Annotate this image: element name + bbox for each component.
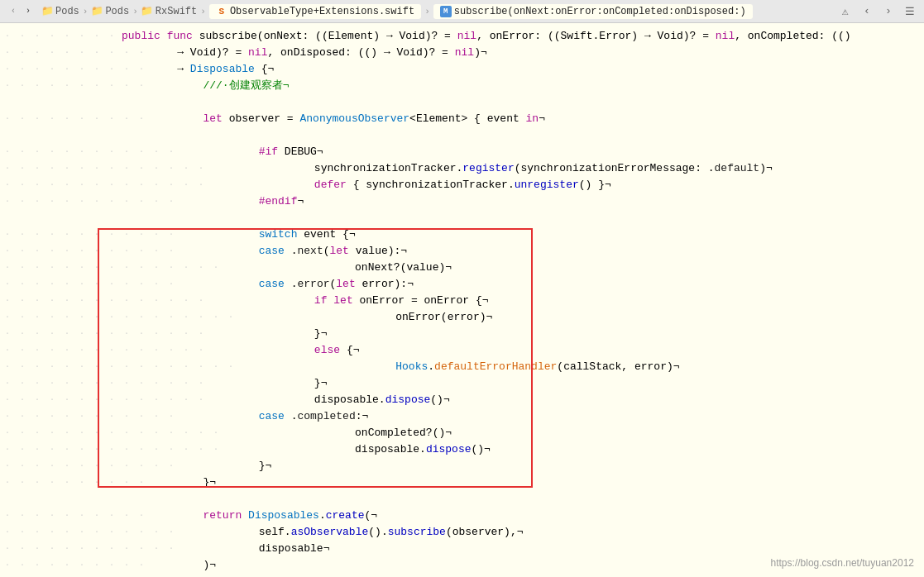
code-line-case-completed: · · · · · · · · · · · · case .completed:… <box>0 408 924 425</box>
breadcrumb-sep-3: › <box>200 7 206 17</box>
line-content-oncompleted: onCompleted?()¬ <box>226 425 924 441</box>
indent-dots-return: · · · · · · · · · · <box>0 508 151 524</box>
indent-dots-dispose1: · · · · · · · · · · · · · · <box>0 392 211 408</box>
indent-dots-case-next: · · · · · · · · · · · · <box>0 243 181 260</box>
code-line-3: · · · · · · · · · · → Disposable {¬ <box>0 61 924 78</box>
line-content-case-error: case .error(let error):¬ <box>181 276 924 293</box>
forward-arrow-icon[interactable]: › <box>22 5 35 18</box>
breadcrumb-label-2: Pods <box>105 6 129 17</box>
indent-dots-onnext: · · · · · · · · · · · · · · · <box>0 260 226 276</box>
indent-dots-else: · · · · · · · · · · · · · · <box>0 342 211 359</box>
next-icon[interactable]: › <box>881 4 896 19</box>
line-content-case-completed: case .completed:¬ <box>181 408 924 425</box>
indent-dots-switch-close: · · · · · · · · · · · · <box>0 458 181 474</box>
line-content-blank3 <box>99 210 924 227</box>
indent-dots-observer-close: · · · · · · · · · · <box>0 474 151 491</box>
code-line-blank2 <box>0 127 924 144</box>
line-content-8: defer { synchronizationTracker.unregiste… <box>211 177 924 193</box>
breadcrumb-sep-2: › <box>132 7 138 17</box>
code-line-4: · · · · · · · · · · ///·创建观察者¬ <box>0 78 924 94</box>
code-line-dispose1: · · · · · · · · · · · · · · disposable.d… <box>0 392 924 408</box>
breadcrumb-sep-4: › <box>424 7 430 17</box>
code-line-8: · · · · · · · · · · · · · · defer { sync… <box>0 177 924 193</box>
folder-icon-rxswift: 📁 <box>141 6 153 17</box>
breadcrumb-pods-2[interactable]: 📁 Pods <box>91 6 129 17</box>
warning-icon[interactable]: ⚠ <box>838 4 853 19</box>
code-line-case-next: · · · · · · · · · · · · case .next(let v… <box>0 243 924 260</box>
code-line-self-subscribe: · · · · · · · · · · · · self.asObservabl… <box>0 524 924 541</box>
menu-icon[interactable]: ☰ <box>902 4 917 19</box>
line-content-brace1: }¬ <box>211 326 924 342</box>
code-line-observer-close: · · · · · · · · · · }¬ <box>0 474 924 491</box>
indent-dots-case-completed: · · · · · · · · · · · · <box>0 408 181 425</box>
line-content-disposable: disposable¬ <box>181 541 924 557</box>
code-editor: · · · · · · · · public func subscribe(on… <box>0 23 924 577</box>
code-line-hooks: · · · · · · · · · · · · · · · · Hooks.de… <box>0 359 924 375</box>
line-content-blank1 <box>99 94 924 111</box>
breadcrumb-method[interactable]: M subscribe(onNext:onError:onCompleted:o… <box>433 4 753 19</box>
indent-dots-brace2: · · · · · · · · · · · · · · <box>0 375 211 392</box>
line-content-2: → Void)? = nil, onDisposed: (() → Void)?… <box>151 45 924 61</box>
indent-dots-9: · · · · · · · · · · · · <box>0 193 181 210</box>
indent-dots-paren-close: · · · · · · · · · · <box>0 557 151 574</box>
back-arrow-icon[interactable]: ‹ <box>7 5 20 18</box>
code-line-blank1 <box>0 94 924 111</box>
indent-dots-disposable: · · · · · · · · · · · · <box>0 541 181 557</box>
line-content-return: return Disposables.create(¬ <box>151 508 924 524</box>
breadcrumb-sep-1: › <box>83 7 89 17</box>
line-content-9: #endif¬ <box>181 193 924 210</box>
line-content-switch: switch event {¬ <box>181 227 924 243</box>
code-line-1: · · · · · · · · public func subscribe(on… <box>0 28 924 45</box>
line-content-blank5 <box>99 574 924 577</box>
code-line-2: · · · · · · · · · · → Void)? = nil, onDi… <box>0 45 924 61</box>
code-line-onerror-call: · · · · · · · · · · · · · · · · onError(… <box>0 309 924 326</box>
line-content-brace2: }¬ <box>211 375 924 392</box>
breadcrumb-pods-1[interactable]: 📁 Pods <box>41 6 79 17</box>
code-line-5: · · · · · · · · · · let observer = Anony… <box>0 111 924 127</box>
indent-dots-oncompleted: · · · · · · · · · · · · · · · <box>0 425 226 441</box>
indent-dots-brace1: · · · · · · · · · · · · · · <box>0 326 211 342</box>
toolbar-right: ⚠ ‹ › ☰ <box>838 4 917 19</box>
line-content-case-next: case .next(let value):¬ <box>181 243 924 260</box>
nav-arrows: ‹ › <box>7 5 35 18</box>
line-content-blank2 <box>99 127 924 144</box>
prev-icon[interactable]: ‹ <box>859 4 874 19</box>
code-line-case-error: · · · · · · · · · · · · case .error(let … <box>0 276 924 293</box>
code-line-else: · · · · · · · · · · · · · · else {¬ <box>0 342 924 359</box>
line-content-observer-close: }¬ <box>151 474 924 491</box>
indent-dots-hooks: · · · · · · · · · · · · · · · · <box>0 359 241 375</box>
indent-dots-switch: · · · · · · · · · · · · <box>0 227 181 243</box>
indent-dots-8: · · · · · · · · · · · · · · <box>0 177 211 193</box>
line-content-blank4 <box>99 491 924 508</box>
code-line-9: · · · · · · · · · · · · #endif¬ <box>0 193 924 210</box>
code-line-brace2: · · · · · · · · · · · · · · }¬ <box>0 375 924 392</box>
indent-dots-if-onerror: · · · · · · · · · · · · · · <box>0 293 211 309</box>
line-content-switch-close: }¬ <box>181 458 924 474</box>
breadcrumb-area: ‹ › 📁 Pods › 📁 Pods › 📁 RxSwift › S Obse… <box>7 4 835 19</box>
breadcrumb-rxswift[interactable]: 📁 RxSwift <box>141 6 197 17</box>
breadcrumb-label: Pods <box>55 6 79 17</box>
code-line-6: · · · · · · · · · · · · #if DEBUG¬ <box>0 144 924 160</box>
line-content-3: → Disposable {¬ <box>151 61 924 78</box>
line-content-else: else {¬ <box>211 342 924 359</box>
breadcrumb-label-method: subscribe(onNext:onError:onCompleted:onD… <box>454 6 746 17</box>
code-line-disposable: · · · · · · · · · · · · disposable¬ <box>0 541 924 557</box>
code-line-blank4 <box>0 491 924 508</box>
method-icon: M <box>440 6 452 17</box>
folder-icon: 📁 <box>41 6 53 17</box>
line-content-hooks: Hooks.defaultErrorHandler(callStack, err… <box>241 359 924 375</box>
title-bar: ‹ › 📁 Pods › 📁 Pods › 📁 RxSwift › S Obse… <box>0 0 924 23</box>
indent-dots-dispose2: · · · · · · · · · · · · · · · <box>0 441 226 458</box>
code-line-dispose2: · · · · · · · · · · · · · · · disposable… <box>0 441 924 458</box>
code-line-onnext: · · · · · · · · · · · · · · · onNext?(va… <box>0 260 924 276</box>
code-line-brace1: · · · · · · · · · · · · · · }¬ <box>0 326 924 342</box>
line-content-7: synchronizationTracker.register(synchron… <box>211 160 924 177</box>
indent-dots-5: · · · · · · · · · · <box>0 111 151 127</box>
line-content-dispose1: disposable.dispose()¬ <box>211 392 924 408</box>
code-line-blank5 <box>0 574 924 577</box>
indent-dots-1: · · · · · · · · <box>0 28 122 45</box>
breadcrumb-swift-file[interactable]: S ObservableType+Extensions.swift <box>209 4 421 19</box>
code-line-oncompleted: · · · · · · · · · · · · · · · onComplete… <box>0 425 924 441</box>
indent-dots-onerror-call: · · · · · · · · · · · · · · · · <box>0 309 241 326</box>
swift-file-icon: S <box>216 6 227 17</box>
